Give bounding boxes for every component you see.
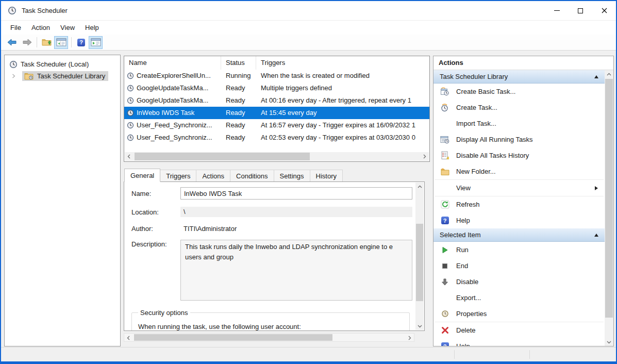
table-row[interactable]: User_Feed_Synchroniz... Ready At 02:53 e… [124, 131, 429, 144]
task-name: CreateExplorerShellUn... [137, 70, 211, 82]
window-title: Task Scheduler [22, 7, 68, 14]
tree-selected-item[interactable]: Task Scheduler Library [22, 71, 108, 81]
details-horizontal-scrollbar[interactable] [124, 333, 414, 342]
actions-pane: Actions Task Scheduler Library Create Ba… [433, 56, 614, 346]
action-import-task[interactable]: Import Task... [433, 115, 605, 131]
tree-child-label: Task Scheduler Library [37, 72, 105, 80]
submenu-arrow-icon [595, 186, 598, 190]
column-header-status[interactable]: Status [221, 56, 256, 70]
action-disable[interactable]: Disable [433, 274, 605, 290]
actions-pane-title: Actions [433, 56, 613, 70]
tab-general[interactable]: General [124, 169, 160, 182]
back-button[interactable] [5, 36, 19, 49]
action-run[interactable]: Run [433, 242, 605, 258]
minimize-button[interactable] [545, 1, 569, 20]
forward-icon [21, 38, 32, 46]
maximize-button[interactable] [569, 1, 592, 20]
scroll-up-icon[interactable] [605, 70, 613, 78]
action-create-basic-task[interactable]: Create Basic Task... [433, 84, 605, 100]
action-refresh[interactable]: Refresh [433, 196, 605, 212]
action-label: Disable [456, 278, 605, 286]
toolbar-separator [71, 37, 72, 47]
menu-view[interactable]: View [55, 21, 80, 35]
scrollbar-thumb[interactable] [135, 153, 310, 160]
tab-history[interactable]: History [310, 170, 343, 182]
scrollbar-thumb[interactable] [134, 334, 332, 341]
column-header-triggers[interactable]: Triggers [256, 56, 429, 70]
scroll-right-icon[interactable] [420, 152, 429, 161]
task-list-horizontal-scrollbar[interactable] [125, 152, 429, 161]
expand-chevron-icon[interactable] [11, 74, 16, 78]
action-end[interactable]: End [433, 258, 605, 274]
tab-settings[interactable]: Settings [274, 170, 310, 182]
maximize-icon [578, 8, 583, 13]
toolbar-separator [37, 37, 37, 47]
menu-action[interactable]: Action [26, 21, 55, 35]
task-status: Running [221, 70, 256, 82]
help-button[interactable]: ? [74, 36, 88, 49]
close-icon [602, 8, 607, 13]
table-row[interactable]: CreateExplorerShellUn... Running When th… [124, 70, 429, 82]
show-hide-action-pane-button[interactable] [89, 36, 103, 49]
status-divider [454, 350, 455, 359]
table-row[interactable]: User_Feed_Synchroniz... Ready At 16:57 e… [124, 119, 429, 131]
task-name: User_Feed_Synchroniz... [137, 131, 212, 144]
action-help-library[interactable]: ? Help [433, 212, 605, 228]
scroll-down-icon[interactable] [605, 338, 613, 346]
action-label: Delete [456, 326, 605, 334]
scroll-left-icon[interactable] [124, 334, 133, 342]
task-status: Ready [221, 94, 256, 107]
action-disable-all-tasks-history[interactable]: Disable All Tasks History [433, 147, 605, 163]
tab-triggers[interactable]: Triggers [160, 170, 196, 182]
end-icon [440, 261, 449, 271]
close-button[interactable] [592, 1, 616, 20]
tree-item-task-scheduler-library[interactable]: Task Scheduler Library [5, 70, 120, 82]
name-input[interactable] [180, 187, 412, 200]
action-export[interactable]: Export... [433, 290, 605, 306]
task-scheduler-window: Task Scheduler File Action View Help [0, 0, 617, 364]
scroll-right-icon[interactable] [405, 334, 414, 342]
table-row[interactable]: GoogleUpdateTaskMa... Ready At 00:16 eve… [124, 94, 429, 107]
table-row[interactable]: GoogleUpdateTaskMa... Ready Multiple tri… [124, 82, 429, 94]
tree-item-task-scheduler-local[interactable]: Task Scheduler (Local) [5, 58, 120, 70]
menu-file[interactable]: File [5, 21, 26, 35]
disable-all-tasks-history-icon [440, 151, 449, 160]
details-vertical-scrollbar[interactable] [415, 183, 424, 330]
title-bar: Task Scheduler [1, 1, 616, 21]
scroll-down-icon[interactable] [415, 322, 424, 330]
action-display-all-running-tasks[interactable]: Display All Running Tasks [433, 131, 605, 147]
run-icon [440, 245, 449, 255]
scrollbar-thumb[interactable] [605, 79, 613, 318]
actions-vertical-scrollbar[interactable] [605, 70, 613, 346]
scroll-up-icon[interactable] [415, 183, 424, 191]
up-one-level-button[interactable] [40, 36, 54, 49]
console-tree-panel: Task Scheduler (Local) Task Scheduler Li… [4, 55, 121, 346]
tab-actions[interactable]: Actions [196, 170, 230, 182]
table-row-selected[interactable]: InWebo IWDS Task Ready At 15:45 every da… [124, 107, 429, 119]
forward-button[interactable] [20, 36, 34, 49]
action-new-folder[interactable]: New Folder... [433, 163, 605, 179]
section-header-task-scheduler-library[interactable]: Task Scheduler Library [433, 70, 605, 84]
task-name: User_Feed_Synchroniz... [137, 119, 212, 131]
action-label: Create Basic Task... [456, 88, 605, 95]
action-delete[interactable]: Delete [433, 322, 605, 338]
collapse-icon[interactable] [594, 75, 598, 78]
section-header-selected-item[interactable]: Selected Item [433, 228, 605, 242]
security-options-text: When running the task, use the following… [138, 323, 405, 330]
menu-help[interactable]: Help [80, 21, 104, 35]
action-help-selected[interactable]: ? Help [433, 338, 605, 346]
action-view[interactable]: View [433, 180, 605, 196]
author-value: TITI\Administrator [180, 225, 412, 233]
status-bar [1, 347, 616, 361]
collapse-icon[interactable] [594, 234, 598, 237]
action-properties[interactable]: Properties [433, 306, 605, 322]
task-triggers: At 15:45 every day [256, 107, 429, 119]
scrollbar-thumb[interactable] [416, 224, 423, 301]
scroll-left-icon[interactable] [125, 152, 134, 161]
tab-conditions[interactable]: Conditions [230, 170, 274, 182]
show-hide-console-tree-button[interactable] [54, 36, 68, 49]
action-create-task[interactable]: Create Task... [433, 100, 605, 115]
column-header-name[interactable]: Name [124, 56, 221, 70]
description-box[interactable]: This task runs daily the Inwebo and LDAP… [180, 240, 412, 301]
delete-icon [440, 326, 449, 335]
